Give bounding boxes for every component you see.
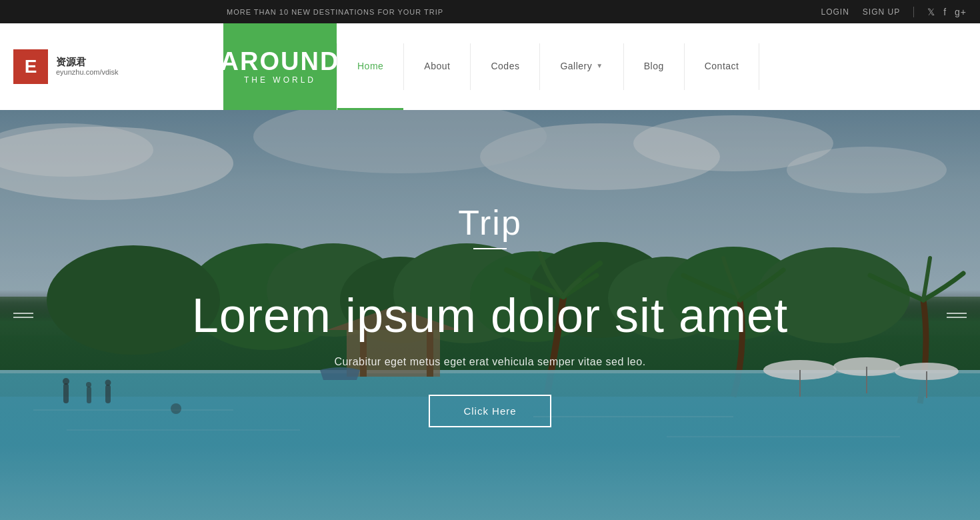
main-nav: Home About Codes Gallery ▼ Blog Contact: [337, 23, 980, 110]
nav-item-gallery[interactable]: Gallery ▼: [540, 23, 623, 110]
nav-separator: [759, 43, 759, 90]
top-bar: MORE THAN 10 NEW DESTINATIONS FOR YOUR T…: [0, 0, 980, 23]
login-link[interactable]: LOGIN: [821, 7, 849, 17]
signup-link[interactable]: SIGN UP: [863, 7, 900, 17]
header: E 资源君 eyunzhu.com/vdisk AROUND THE WORLD…: [0, 23, 980, 110]
top-bar-right: LOGIN SIGN UP 𝕏 f g+: [821, 7, 967, 17]
hero-section: Trip Lorem ipsum dolor sit amet Curabitu…: [0, 110, 980, 520]
brand-tagline: THE WORLD: [244, 75, 316, 85]
facebook-icon[interactable]: f: [943, 7, 947, 17]
hero-divider: [473, 248, 507, 249]
nav-item-blog[interactable]: Blog: [624, 23, 684, 110]
slide-arrow-left[interactable]: [13, 313, 33, 318]
hero-content: Trip Lorem ipsum dolor sit amet Curabitu…: [179, 203, 801, 427]
social-icons: 𝕏 f g+: [927, 7, 967, 17]
hero-title: Trip: [192, 203, 788, 243]
hero-cta-button[interactable]: Click Here: [429, 395, 551, 427]
nav-item-contact[interactable]: Contact: [685, 23, 759, 110]
nav-item-home[interactable]: Home: [337, 23, 403, 110]
logo-letter: E: [25, 56, 37, 77]
logo-area: E 资源君 eyunzhu.com/vdisk: [0, 23, 223, 110]
twitter-icon[interactable]: 𝕏: [927, 7, 935, 17]
divider: [913, 7, 914, 17]
logo-chinese: 资源君: [56, 56, 119, 68]
slide-arrow-right[interactable]: [947, 313, 967, 318]
nav-item-codes[interactable]: Codes: [471, 23, 539, 110]
brand-logo[interactable]: AROUND THE WORLD: [223, 23, 337, 110]
gallery-dropdown-arrow: ▼: [596, 62, 603, 69]
logo-text-block: 资源君 eyunzhu.com/vdisk: [56, 56, 119, 77]
googleplus-icon[interactable]: g+: [955, 7, 967, 17]
announcement-text: MORE THAN 10 NEW DESTINATIONS FOR YOUR T…: [227, 8, 443, 16]
left-arrow-bars: [13, 313, 33, 318]
hero-subtitle: Curabitur eget metus eget erat vehicula …: [192, 356, 788, 368]
logo-url: eyunzhu.com/vdisk: [56, 68, 119, 77]
logo-e-box: E: [13, 49, 48, 84]
nav-item-about[interactable]: About: [404, 23, 470, 110]
hero-heading: Lorem ipsum dolor sit amet: [192, 289, 788, 342]
brand-name: AROUND: [221, 49, 340, 74]
right-arrow-bars: [947, 313, 967, 318]
